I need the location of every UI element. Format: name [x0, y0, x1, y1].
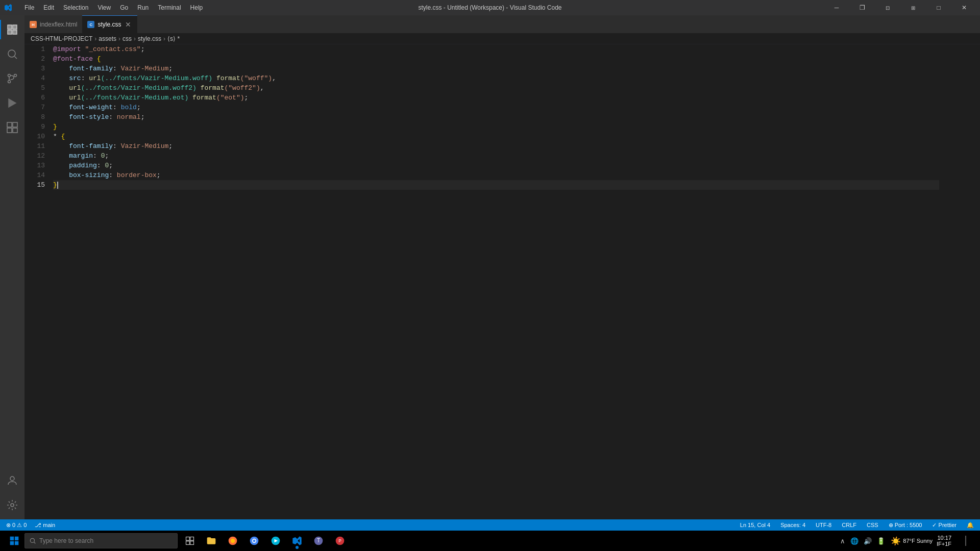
menu-run[interactable]: Run [133, 2, 153, 13]
code-line: margin: 0; [53, 151, 939, 161]
firefox-taskbar[interactable] [223, 531, 243, 551]
status-bar: ⊗ 0 ⚠ 0 ⎇ main Ln 15, Col 4 Spaces: 4 UT… [0, 519, 980, 531]
activity-source-control-icon[interactable] [0, 66, 24, 91]
code-token: { [61, 132, 65, 141]
menu-go[interactable]: Go [116, 2, 132, 13]
tray-network[interactable]: 🌐 [849, 537, 860, 545]
svg-rect-26 [190, 541, 194, 545]
status-notification[interactable]: 🔔 [965, 519, 976, 531]
svg-rect-19 [10, 541, 14, 545]
svg-text:P: P [338, 538, 341, 543]
layout-button[interactable]: ⊞ [901, 0, 925, 15]
app6-taskbar[interactable]: T [308, 531, 329, 551]
tab-style-close[interactable]: ✕ [124, 20, 132, 29]
tray-chevron[interactable]: ∧ [839, 537, 847, 545]
menu-view[interactable]: View [93, 2, 115, 13]
status-spaces[interactable]: Spaces: 4 [778, 519, 807, 531]
activity-bar [0, 15, 24, 519]
svg-rect-25 [186, 541, 190, 545]
tray-battery[interactable]: 🔋 [875, 537, 887, 545]
code-token: bold [121, 103, 137, 112]
status-line-ending[interactable]: CRLF [840, 519, 859, 531]
branch-name: main [43, 522, 55, 528]
status-language[interactable]: CSS [865, 519, 880, 531]
activity-bar-bottom [0, 468, 24, 517]
status-port[interactable]: ⊕ Port : 5500 [887, 519, 924, 531]
file-explorer-taskbar[interactable] [201, 531, 222, 551]
svg-rect-12 [13, 122, 17, 127]
code-token: (../fonts/Vazir-Medium.woff) [101, 73, 212, 83]
taskbar-search-icon [29, 537, 36, 544]
code-line: font-family: Vazir-Medium; [53, 64, 939, 73]
taskbar-clock[interactable]: 10:17 IF+1F [937, 535, 951, 547]
code-line: @font-face { [53, 54, 939, 64]
minimize-button[interactable]: ─ [825, 0, 848, 15]
line-number: 10 [24, 132, 45, 141]
code-line: font-weight: bold; [53, 103, 939, 112]
code-token: margin [69, 151, 93, 161]
chrome-taskbar[interactable] [244, 531, 264, 551]
close-button[interactable]: ✕ [952, 0, 976, 15]
start-button[interactable] [4, 531, 24, 551]
title-bar-right: ─ ❐ ⊡ ⊞ □ ✕ [825, 0, 976, 15]
svg-point-15 [10, 477, 14, 481]
code-token [53, 73, 69, 83]
editor-area: H indexflex.html C style.css ✕ CSS-HTML-… [24, 15, 980, 519]
menu-edit[interactable]: Edit [39, 2, 58, 13]
weather-widget[interactable]: ☀️ 87°F Sunny [891, 536, 933, 546]
status-errors[interactable]: ⊗ 0 ⚠ 0 [4, 519, 29, 531]
vscode-taskbar[interactable] [287, 531, 307, 551]
split-button[interactable]: ⊡ [876, 0, 899, 15]
code-token: : [109, 112, 117, 122]
activity-extensions-icon[interactable] [0, 115, 24, 140]
maximize-button[interactable]: □ [927, 0, 950, 15]
tab-indexflex[interactable]: H indexflex.html [24, 15, 82, 33]
code-token: format [216, 73, 240, 83]
status-branch[interactable]: ⎇ main [33, 519, 57, 531]
code-token: src [69, 73, 81, 83]
status-encoding[interactable]: UTF-8 [814, 519, 834, 531]
show-desktop-button[interactable] [955, 531, 976, 551]
menu-selection[interactable]: Selection [59, 2, 92, 13]
code-area[interactable]: @import "_contact.css";@font-face { font… [49, 44, 939, 519]
status-prettier[interactable]: ✓ Prettier [930, 519, 959, 531]
mediaplayer-taskbar[interactable] [265, 531, 286, 551]
code-token: format [201, 83, 225, 93]
breadcrumb-assets[interactable]: assets [99, 35, 116, 42]
code-token: : [113, 141, 121, 151]
activity-explorer-icon[interactable] [0, 17, 24, 42]
vscode-logo-icon [4, 4, 12, 12]
activity-search-icon[interactable] [0, 42, 24, 66]
svg-marker-10 [9, 99, 16, 107]
css-file-icon: C [87, 21, 94, 28]
breadcrumb-symbol[interactable]: ⟨s⟩ * [167, 35, 180, 42]
status-position[interactable]: Ln 15, Col 4 [738, 519, 772, 531]
code-token: Vazir-Medium [121, 141, 169, 151]
position-text: Ln 15, Col 4 [740, 522, 770, 528]
code-line: url(../fonts/Vazir-Medium.woff2) format(… [53, 83, 939, 93]
tray-volume[interactable]: 🔊 [862, 537, 873, 545]
main-container: H indexflex.html C style.css ✕ CSS-HTML-… [0, 15, 980, 519]
menu-file[interactable]: File [20, 2, 38, 13]
restore-button[interactable]: ❐ [850, 0, 874, 15]
editor-content[interactable]: 123456789101112131415 @import "_contact.… [24, 44, 980, 519]
activity-accounts-icon[interactable] [0, 468, 24, 493]
code-token: ; [137, 103, 141, 112]
window-title: style.css - Untitled (Workspace) - Visua… [419, 4, 562, 11]
breadcrumb-css[interactable]: css [122, 35, 132, 42]
taskbar-search-box[interactable]: Type here to search [24, 533, 178, 548]
code-token: @import [53, 44, 81, 54]
code-token: box-sizing [69, 170, 109, 180]
tab-style[interactable]: C style.css ✕ [82, 15, 137, 33]
menu-terminal[interactable]: Terminal [154, 2, 185, 13]
code-token: font-family [69, 141, 113, 151]
activity-run-debug-icon[interactable] [0, 91, 24, 115]
taskview-button[interactable] [180, 531, 200, 551]
menu-help[interactable]: Help [186, 2, 207, 13]
tab-style-label: style.css [97, 21, 121, 28]
app7-taskbar[interactable]: P [330, 531, 350, 551]
breadcrumb-project[interactable]: CSS-HTML-PROJECT [31, 35, 92, 42]
breadcrumb-file[interactable]: style.css [138, 35, 161, 42]
activity-settings-icon[interactable] [0, 493, 24, 517]
line-number: 5 [24, 83, 45, 93]
